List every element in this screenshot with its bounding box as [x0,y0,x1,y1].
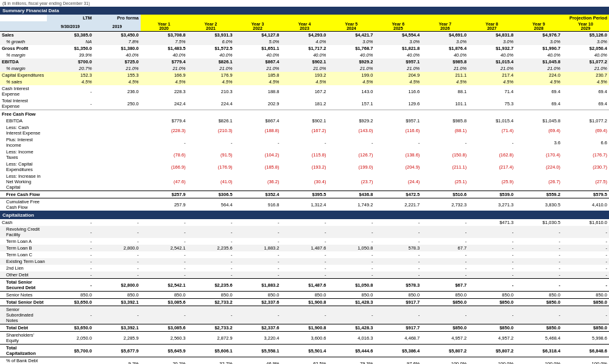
subtitle: ($ in millions, fiscal year ending Decem… [0,0,609,7]
total-cap-row: Total Capitalization $5,700.0 $5,677.9 $… [0,345,609,357]
cash-interest-row: Cash Interest Expense - 236.0 228.3 210.… [0,85,609,97]
total-senior-secured-row: Total Senior Secured Debt - $2,800.0 $2,… [0,279,609,292]
sales-row: Sales $3,385.0 $3,450.0 $3,708.8 $3,931.… [0,32,609,39]
term-b-row: Term Loan B - 2,800.0 2,542.1 2,235.6 1,… [0,245,609,251]
lien2-row: 2nd Lien - - - - - - - - - - - - [0,265,609,271]
capex-sales-row: % sales 4.5% 4.5% 4.5% 4.5% 4.5% 4.5% 4.… [0,79,609,85]
total-debt-row: Total Debt $3,650.0 $3,392.1 $3,085.6 $2… [0,324,609,332]
term-c-row: Term Loan C - - - - - - - - - - - - [0,251,609,258]
fcf-plus-interest-income-row: Plus: Interest Income - - - - - - - - 3.… [0,136,609,149]
equity-row: Shareholders' Equity 2,050.0 2,285.9 2,5… [0,332,609,345]
fcf-less-cash-interest-row: Less: Cash Interest Expense (228.3) (210… [0,124,609,136]
senior-notes-row: Senior Notes 850.0 850.0 850.0 850.0 850… [0,292,609,299]
existing-term-row: Existing Term Loan - - - - - - - - - - -… [0,258,609,265]
column-header-dates: 9/30/2019 2019 Year 12020 Year 22021 Yea… [0,21,609,32]
capex-row: Capital Expenditures 152.3 155.3 166.9 1… [0,72,609,79]
summary-section-header: Summary Financial Data [0,7,609,15]
fcf-ebitda-row: EBITDA $779.4 $826.1 $867.4 $902.1 $929.… [0,117,609,124]
column-header-row1: LTM Pro forma Projection Period [0,15,609,21]
term-a-row: Term Loan A - - - - - - - - - - - - [0,238,609,245]
fcf-total-row: Free Cash Flow $257.9 $306.5 $352.4 $395… [0,191,609,198]
gross-profit-row: Gross Profit $1,350.0 $1,380.0 $1,483.5 … [0,45,609,52]
total-senior-row: Total Senior Debt $3,650.0 $3,392.1 $3,0… [0,299,609,306]
revolver-row: Revolving Credit Facility - - - - - - - … [0,226,609,238]
cash-row: Cash - - - - - - - - - $471.3 $1,030.5 $… [0,219,609,226]
senior-sub-notes-row: Senior Subordinated Notes - - - - - - - … [0,306,609,324]
fcf-less-income-tax-row: Less: Income Taxes (78.6) (91.5) (104.2)… [0,149,609,161]
ebitda-margin-row: % margin 20.7% 21.0% 21.0% 21.0% 21.0% 2… [0,65,609,72]
gp-margin-row: % margin 39.9% 40.0% 40.0% 40.0% 40.0% 4… [0,52,609,58]
fcf-less-nwc-row: Less: Increase in Net Working Capital (4… [0,173,609,191]
other-debt-row: Other Debt - - - - - - - - - - - - [0,271,609,279]
fcf-less-capex-row: Less: Capital Expenditures (166.9) (176.… [0,161,609,173]
cumulative-fcf-row: Cumulative Free Cash Flow 257.9 564.4 91… [0,198,609,211]
fcf-label-row: Free Cash Flow [0,110,609,118]
pct-bank-repaid-row: % of Bank Debt Repaid - 9.2% 20.2% 32.7%… [0,357,609,365]
total-interest-row: Total Interest Expense - 250.0 242.4 224… [0,97,609,110]
growth-row: % growth NA 7.8% 7.5% 6.0% 5.0% 4.0% 3.0… [0,38,609,45]
ebitda-row: EBITDA $700.0 $725.0 $779.4 $826.1 $867.… [0,58,609,65]
cap-section-header: Capitalization [0,211,609,219]
